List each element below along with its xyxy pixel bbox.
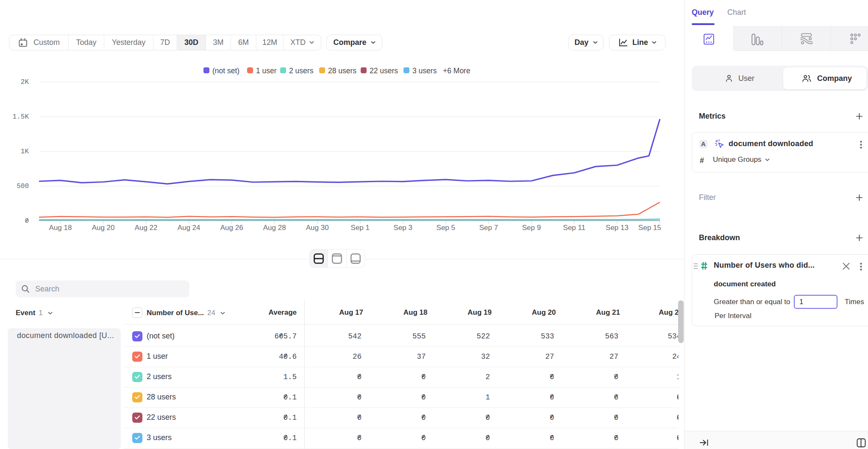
svg-text:Sep 15: Sep 15 (638, 224, 661, 232)
svg-text:Aug 26: Aug 26 (220, 224, 243, 232)
svg-text:2K: 2K (21, 78, 29, 86)
svg-text:1.5K: 1.5K (13, 113, 29, 121)
svg-text:500: 500 (17, 183, 29, 190)
svg-text:Sep 7: Sep 7 (479, 224, 498, 232)
svg-text:Aug 28: Aug 28 (263, 224, 286, 232)
svg-text:Sep 11: Sep 11 (563, 224, 586, 232)
svg-text:Aug 22: Aug 22 (135, 224, 158, 232)
svg-text:Sep 5: Sep 5 (437, 224, 455, 232)
svg-text:Sep 3: Sep 3 (394, 224, 412, 232)
svg-text:Sep 1: Sep 1 (351, 224, 370, 232)
svg-text:Aug 24: Aug 24 (178, 224, 200, 232)
svg-text:Aug 18: Aug 18 (49, 224, 72, 232)
svg-text:Sep 13: Sep 13 (606, 224, 629, 232)
svg-text:0: 0 (25, 217, 29, 225)
svg-text:1K: 1K (21, 148, 29, 155)
svg-text:Sep 9: Sep 9 (522, 224, 541, 232)
svg-text:Aug 20: Aug 20 (92, 224, 115, 232)
svg-text:Aug 30: Aug 30 (306, 224, 329, 232)
